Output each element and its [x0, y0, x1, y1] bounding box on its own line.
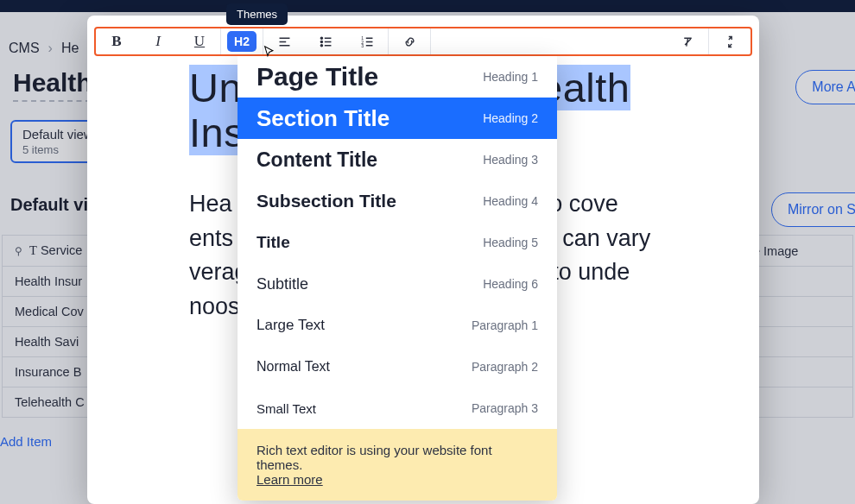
style-option-large-text[interactable]: Large TextParagraph 1: [238, 305, 557, 346]
numbered-list-button[interactable]: 123: [346, 27, 388, 56]
svg-text:3: 3: [361, 43, 364, 48]
bold-button[interactable]: B: [96, 27, 137, 56]
heading-chip: H2: [227, 31, 256, 52]
align-button[interactable]: [263, 27, 305, 56]
heading-style-dropdown: Page TitleHeading 1 Section TitleHeading…: [238, 56, 557, 501]
style-option-subtitle[interactable]: SubtitleHeading 6: [238, 263, 557, 305]
bullet-list-button[interactable]: [305, 27, 346, 56]
style-option-content-title[interactable]: Content TitleHeading 3: [238, 139, 557, 180]
underline-button[interactable]: U: [179, 27, 220, 56]
selection: Un: [189, 65, 242, 110]
collapse-button[interactable]: [709, 27, 750, 56]
style-option-normal-text[interactable]: Normal TextParagraph 2: [238, 346, 557, 387]
style-option-subsection-title[interactable]: Subsection TitleHeading 4: [238, 180, 557, 222]
svg-point-0: [320, 37, 322, 39]
heading-style-button[interactable]: H2: [221, 27, 263, 56]
svg-point-2: [320, 44, 322, 46]
clear-format-button[interactable]: [667, 27, 708, 56]
style-option-section-title[interactable]: Section TitleHeading 2: [238, 98, 557, 139]
themes-tooltip: Themes: [226, 3, 288, 25]
style-option-small-text[interactable]: Small TextParagraph 3: [238, 387, 557, 429]
italic-button[interactable]: I: [137, 27, 179, 56]
themes-note: Rich text editor is using your website f…: [238, 429, 557, 501]
learn-more-link[interactable]: Learn more: [256, 472, 323, 487]
style-option-page-title[interactable]: Page TitleHeading 1: [238, 56, 557, 98]
rich-text-toolbar: B I U H2 123: [96, 27, 750, 56]
selection: Ins: [189, 110, 244, 155]
svg-point-1: [320, 41, 322, 42]
style-option-title[interactable]: TitleHeading 5: [238, 222, 557, 263]
link-button[interactable]: [389, 27, 430, 56]
